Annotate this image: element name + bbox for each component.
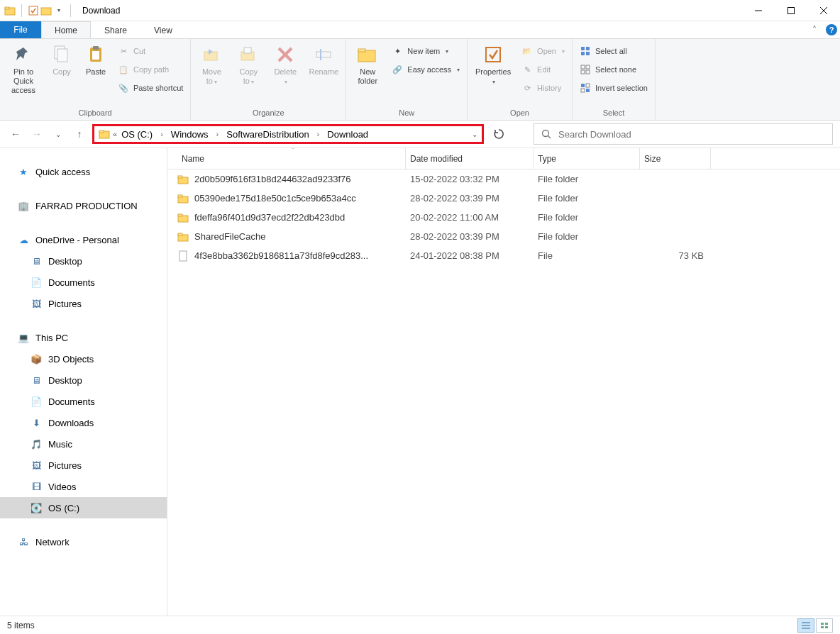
edit-button[interactable]: ✎Edit bbox=[519, 62, 568, 77]
help-button[interactable]: ? bbox=[823, 21, 840, 38]
quick-access-icon: ★ bbox=[17, 165, 30, 178]
svg-rect-5 bbox=[788, 7, 795, 13]
copy-to-icon bbox=[237, 43, 260, 66]
up-button[interactable]: ↑ bbox=[71, 126, 88, 143]
file-type: File folder bbox=[534, 231, 640, 242]
sidebar-item-desktop[interactable]: 🖥Desktop bbox=[0, 250, 167, 272]
sidebar-item-music[interactable]: 🎵Music bbox=[0, 433, 167, 455]
search-box[interactable] bbox=[534, 123, 833, 145]
network-icon: 🖧 bbox=[17, 535, 30, 548]
sidebar-item-3d-objects[interactable]: 📦3D Objects bbox=[0, 348, 167, 369]
qat-dropdown-icon[interactable]: ▾ bbox=[53, 5, 65, 16]
file-type: File folder bbox=[534, 212, 640, 223]
breadcrumb-overflow-icon[interactable]: « bbox=[113, 130, 117, 138]
file-row[interactable]: SharedFileCache28-02-2022 03:39 PMFile f… bbox=[167, 227, 840, 246]
sidebar-item-desktop[interactable]: 🖥Desktop bbox=[0, 369, 167, 391]
onedrive-icon: ☁ bbox=[17, 233, 30, 246]
chevron-right-icon[interactable]: › bbox=[314, 130, 324, 138]
view-details-button[interactable] bbox=[797, 618, 814, 633]
copy-path-button[interactable]: 📋Copy path bbox=[115, 62, 186, 77]
svg-rect-28 bbox=[586, 65, 590, 69]
file-size: 73 KB bbox=[640, 250, 711, 261]
tab-file[interactable]: File bbox=[0, 21, 41, 38]
copy-to-button[interactable]: Copy to▾ bbox=[232, 42, 265, 87]
column-type[interactable]: Type bbox=[534, 148, 640, 169]
this-pc-icon: 💻 bbox=[17, 331, 30, 344]
sidebar-farrad[interactable]: 🏢FARRAD PRODUCTION bbox=[0, 195, 167, 216]
column-size[interactable]: Size bbox=[640, 148, 711, 169]
sidebar-item-documents[interactable]: 📄Documents bbox=[0, 272, 167, 293]
select-all-icon bbox=[580, 45, 591, 57]
chevron-right-icon[interactable]: › bbox=[213, 130, 223, 138]
new-item-button[interactable]: ✦New item▾ bbox=[389, 43, 463, 59]
svg-rect-3 bbox=[41, 8, 51, 15]
breadcrumb-softwaredistribution[interactable]: SoftwareDistribution bbox=[225, 129, 310, 140]
recent-locations-button[interactable]: ⌄ bbox=[50, 126, 67, 143]
search-input[interactable] bbox=[558, 129, 825, 140]
sidebar-onedrive[interactable]: ☁OneDrive - Personal bbox=[0, 229, 167, 250]
qat-properties-icon[interactable] bbox=[28, 5, 39, 16]
navigation-pane: ★Quick access 🏢FARRAD PRODUCTION ☁OneDri… bbox=[0, 148, 167, 616]
sidebar-item-documents[interactable]: 📄Documents bbox=[0, 391, 167, 412]
select-none-button[interactable]: Select none bbox=[577, 62, 651, 77]
sidebar-item-videos[interactable]: 🎞Videos bbox=[0, 476, 167, 497]
copy-button[interactable]: Copy bbox=[47, 42, 77, 77]
select-all-button[interactable]: Select all bbox=[577, 43, 651, 59]
easy-access-icon: 🔗 bbox=[392, 64, 403, 75]
chevron-right-icon[interactable]: › bbox=[157, 130, 167, 138]
view-large-icons-button[interactable] bbox=[816, 618, 833, 633]
tab-view[interactable]: View bbox=[140, 21, 186, 38]
sidebar-item-os-c-[interactable]: 💽OS (C:) bbox=[0, 497, 167, 518]
open-button[interactable]: 📂Open▾ bbox=[519, 43, 568, 59]
pin-to-quick-access-button[interactable]: Pin to Quick access bbox=[4, 42, 43, 95]
file-icon bbox=[177, 250, 189, 262]
breadcrumb-os[interactable]: OS (C:) bbox=[120, 129, 154, 140]
column-name[interactable]: Name˄ bbox=[177, 148, 406, 169]
move-to-button[interactable]: Move to▾ bbox=[195, 42, 228, 87]
sidebar-quick-access[interactable]: ★Quick access bbox=[0, 161, 167, 182]
column-date[interactable]: Date modified bbox=[406, 148, 534, 169]
properties-button[interactable]: Properties▾ bbox=[472, 42, 514, 87]
invert-selection-button[interactable]: Invert selection bbox=[577, 80, 651, 96]
paste-button[interactable]: Paste bbox=[81, 42, 111, 77]
svg-rect-29 bbox=[581, 70, 585, 74]
file-row[interactable]: fdeffa96f401d9d37ecd2f22db423dbd20-02-20… bbox=[167, 208, 840, 227]
sidebar-network[interactable]: 🖧Network bbox=[0, 531, 167, 552]
qat-newfolder-icon[interactable] bbox=[40, 5, 52, 16]
forward-button[interactable]: → bbox=[28, 126, 45, 143]
refresh-button[interactable] bbox=[488, 124, 509, 144]
paste-shortcut-button[interactable]: 📎Paste shortcut bbox=[115, 80, 186, 96]
rename-button[interactable]: Rename bbox=[306, 42, 341, 77]
sidebar-item-pictures[interactable]: 🖼Pictures bbox=[0, 455, 167, 476]
tab-share[interactable]: Share bbox=[91, 21, 140, 38]
select-none-icon bbox=[580, 64, 591, 75]
sidebar-this-pc[interactable]: 💻This PC bbox=[0, 327, 167, 348]
folder-icon: 📄 bbox=[30, 276, 43, 289]
file-row[interactable]: 4f3e8bba3362b9186811a73fd8fe9cd283...24-… bbox=[167, 246, 840, 265]
close-button[interactable] bbox=[807, 0, 840, 21]
breadcrumb-download[interactable]: Download bbox=[326, 129, 370, 140]
group-clipboard: Pin to Quick access Copy Paste ✂Cut 📋Cop… bbox=[0, 39, 191, 120]
file-row[interactable]: 05390ede175d18e50c1c5ce9b653a4cc28-02-20… bbox=[167, 189, 840, 208]
folder-icon bbox=[177, 212, 189, 223]
back-button[interactable]: ← bbox=[7, 126, 24, 143]
file-list-pane: Name˄ Date modified Type Size 2d0b509f61… bbox=[167, 148, 840, 616]
delete-button[interactable]: Delete▾ bbox=[269, 42, 302, 87]
address-bar[interactable]: « OS (C:) › Windows › SoftwareDistributi… bbox=[92, 124, 484, 144]
maximize-button[interactable] bbox=[775, 0, 807, 21]
collapse-ribbon-icon[interactable]: ˄ bbox=[806, 21, 823, 38]
copy-icon bbox=[50, 43, 73, 66]
history-button[interactable]: ⟳History bbox=[519, 80, 568, 96]
file-row[interactable]: 2d0b509f616f31b8d244632ad9233f7615-02-20… bbox=[167, 169, 840, 189]
cut-button[interactable]: ✂Cut bbox=[115, 43, 186, 59]
easy-access-button[interactable]: 🔗Easy access▾ bbox=[389, 62, 463, 77]
invert-selection-icon bbox=[580, 82, 591, 94]
new-folder-button[interactable]: New folder bbox=[350, 42, 385, 86]
minimize-button[interactable] bbox=[742, 0, 775, 21]
breadcrumb-windows[interactable]: Windows bbox=[170, 129, 210, 140]
sidebar-item-pictures[interactable]: 🖼Pictures bbox=[0, 293, 167, 314]
address-dropdown-icon[interactable]: ⌄ bbox=[472, 130, 477, 138]
group-select: Select all Select none Invert selection … bbox=[573, 39, 656, 120]
tab-home[interactable]: Home bbox=[41, 21, 91, 38]
sidebar-item-downloads[interactable]: ⬇Downloads bbox=[0, 412, 167, 433]
